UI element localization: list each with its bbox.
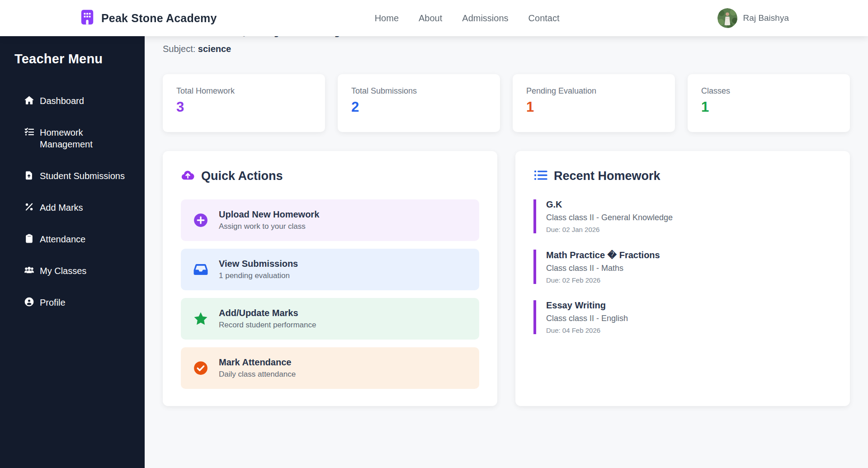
sidebar-item-label: Add Marks bbox=[40, 202, 83, 213]
stat-card-total-submissions: Total Submissions 2 bbox=[338, 74, 500, 132]
sidebar-item-profile[interactable]: Profile bbox=[14, 292, 133, 313]
recent-homework-header: Recent Homework bbox=[533, 168, 832, 184]
file-arrow-up-icon bbox=[24, 170, 34, 180]
homework-item-essay-writing: Essay Writing Class class II - English D… bbox=[533, 300, 832, 334]
panel-title: Quick Actions bbox=[201, 169, 283, 183]
stat-label: Pending Evaluation bbox=[526, 86, 661, 96]
sidebar-item-homework-management[interactable]: Homework Management bbox=[14, 122, 133, 155]
user-name: Raj Baishya bbox=[743, 13, 789, 23]
stat-value: 1 bbox=[526, 99, 661, 115]
nav-link-home[interactable]: Home bbox=[375, 13, 399, 24]
brand-name: Peak Stone Academy bbox=[101, 12, 217, 25]
recent-homework-panel: Recent Homework G.K Class class II - Gen… bbox=[515, 151, 850, 406]
action-upload-new-homework[interactable]: Upload New Homework Assign work to your … bbox=[181, 199, 479, 241]
list-check-icon bbox=[24, 127, 34, 137]
action-title: Add/Update Marks bbox=[219, 308, 316, 318]
sidebar-item-attendance[interactable]: Attendance bbox=[14, 228, 133, 250]
sidebar: Teacher Menu Dashboard Homework Manageme… bbox=[0, 36, 145, 468]
stat-value: 3 bbox=[176, 99, 311, 115]
circle-plus-icon bbox=[193, 212, 209, 228]
list-ul-icon bbox=[533, 168, 547, 184]
stat-label: Total Homework bbox=[176, 86, 311, 96]
homework-due-date: Due: 02 Jan 2026 bbox=[546, 226, 832, 233]
action-title: View Submissions bbox=[219, 259, 298, 269]
nav-link-about[interactable]: About bbox=[419, 13, 442, 24]
stat-label: Total Submissions bbox=[351, 86, 486, 96]
stat-card-total-homework: Total Homework 3 bbox=[163, 74, 325, 132]
action-add-update-marks[interactable]: Add/Update Marks Record student performa… bbox=[181, 298, 479, 340]
home-icon bbox=[24, 95, 34, 105]
homework-meta: Class class II - General Knowledge bbox=[546, 213, 832, 222]
homework-item-math-practice: Math Practice � Fractions Class class II… bbox=[533, 250, 832, 284]
top-navbar: Peak Stone Academy Home About Admissions… bbox=[0, 0, 868, 36]
homework-meta: Class class II - Maths bbox=[546, 264, 832, 273]
circle-check-icon bbox=[193, 360, 209, 376]
percent-icon bbox=[24, 202, 34, 212]
panel-title: Recent Homework bbox=[554, 169, 660, 183]
action-title: Upload New Homework bbox=[219, 209, 319, 220]
star-icon bbox=[193, 311, 209, 327]
stat-label: Classes bbox=[701, 86, 836, 96]
action-subtitle: 1 pending evaluation bbox=[219, 271, 298, 280]
sidebar-nav: Dashboard Homework Management Student Su… bbox=[14, 90, 133, 313]
action-title: Mark Attendance bbox=[219, 357, 296, 368]
quick-actions-panel: Quick Actions Upload New Homework Assign… bbox=[163, 151, 497, 406]
sidebar-item-label: My Classes bbox=[40, 265, 86, 277]
action-mark-attendance[interactable]: Mark Attendance Daily class attendance bbox=[181, 347, 479, 389]
sidebar-item-label: Dashboard bbox=[40, 95, 84, 107]
sidebar-title: Teacher Menu bbox=[14, 52, 133, 66]
action-subtitle: Daily class attendance bbox=[219, 370, 296, 379]
action-subtitle: Record student performance bbox=[219, 321, 316, 330]
homework-due-date: Due: 04 Feb 2026 bbox=[546, 326, 832, 334]
building-icon bbox=[79, 9, 95, 27]
avatar bbox=[717, 8, 737, 28]
cloud-arrow-up-icon bbox=[181, 168, 195, 184]
sidebar-item-label: Student Submissions bbox=[40, 170, 125, 182]
homework-due-date: Due: 02 Feb 2026 bbox=[546, 276, 832, 284]
stat-card-classes: Classes 1 bbox=[688, 74, 850, 132]
sidebar-item-label: Profile bbox=[40, 297, 66, 308]
subject-line: Subject: science bbox=[163, 44, 850, 54]
content-row: Quick Actions Upload New Homework Assign… bbox=[163, 151, 850, 406]
main-content: Welcome, Raj Baishya Subject: science To… bbox=[145, 0, 868, 406]
sidebar-item-student-submissions[interactable]: Student Submissions bbox=[14, 165, 133, 187]
homework-title: Math Practice � Fractions bbox=[546, 250, 832, 260]
action-subtitle: Assign work to your class bbox=[219, 222, 319, 231]
action-view-submissions[interactable]: View Submissions 1 pending evaluation bbox=[181, 249, 479, 290]
subject-value: science bbox=[198, 44, 231, 54]
clipboard-icon bbox=[24, 234, 34, 243]
stat-value: 1 bbox=[701, 99, 836, 115]
quick-actions-header: Quick Actions bbox=[181, 168, 479, 184]
subject-label: Subject: bbox=[163, 44, 195, 54]
sidebar-item-label: Attendance bbox=[40, 233, 85, 245]
circle-user-icon bbox=[24, 297, 34, 307]
inbox-icon bbox=[193, 261, 209, 278]
sidebar-item-dashboard[interactable]: Dashboard bbox=[14, 90, 133, 112]
user-menu[interactable]: Raj Baishya bbox=[717, 8, 789, 28]
users-icon bbox=[24, 265, 34, 275]
homework-meta: Class class II - English bbox=[546, 314, 832, 323]
sidebar-item-add-marks[interactable]: Add Marks bbox=[14, 197, 133, 218]
homework-item-gk: G.K Class class II - General Knowledge D… bbox=[533, 199, 832, 233]
stat-card-pending-evaluation: Pending Evaluation 1 bbox=[513, 74, 675, 132]
sidebar-item-label: Homework Management bbox=[40, 127, 133, 150]
stats-row: Total Homework 3 Total Submissions 2 Pen… bbox=[163, 74, 850, 132]
main-nav: Home About Admissions Contact bbox=[375, 13, 560, 24]
sidebar-item-my-classes[interactable]: My Classes bbox=[14, 260, 133, 282]
nav-link-contact[interactable]: Contact bbox=[528, 13, 560, 24]
nav-link-admissions[interactable]: Admissions bbox=[462, 13, 508, 24]
stat-value: 2 bbox=[351, 99, 486, 115]
brand-logo[interactable]: Peak Stone Academy bbox=[79, 9, 217, 27]
homework-title: Essay Writing bbox=[546, 300, 832, 311]
homework-title: G.K bbox=[546, 199, 832, 210]
